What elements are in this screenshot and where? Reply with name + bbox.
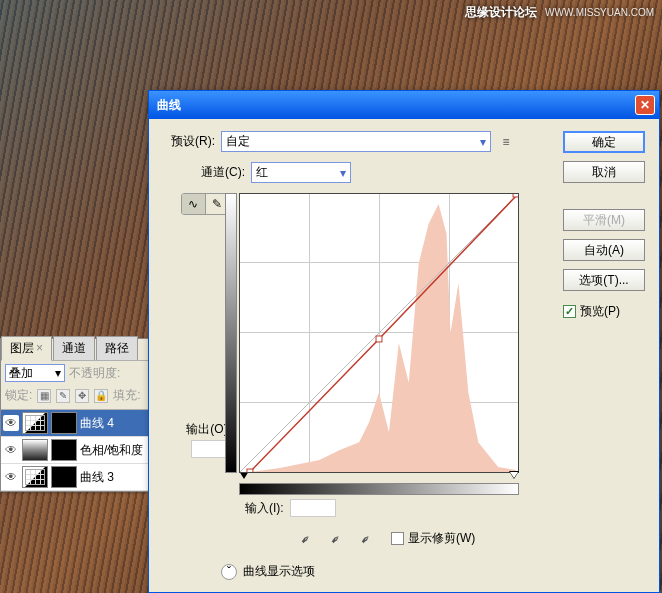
- visibility-icon[interactable]: 👁: [3, 442, 19, 458]
- white-point-slider[interactable]: [509, 471, 519, 479]
- lock-label: 锁定:: [5, 387, 32, 404]
- preview-checkbox[interactable]: ✓: [563, 305, 576, 318]
- mask-thumb-icon: [51, 412, 77, 434]
- gray-eyedropper-icon[interactable]: ✒: [327, 525, 352, 550]
- layer-options: 叠加 ▾ 不透明度: 锁定: ▦ ✎ ✥ 🔒 填充:: [1, 361, 161, 410]
- svg-rect-3: [376, 336, 382, 342]
- svg-rect-2: [247, 469, 253, 472]
- curves-graph[interactable]: [239, 193, 519, 473]
- mask-thumb-icon: [51, 439, 77, 461]
- layer-name: 曲线 3: [80, 469, 144, 486]
- preset-select[interactable]: 自定 ▾: [221, 131, 491, 152]
- chevron-down-icon: ▾: [55, 366, 61, 380]
- chevron-down-icon: ▾: [340, 166, 346, 180]
- curves-dialog: 曲线 ✕ 预设(R): 自定 ▾ ≡ 通道(C): 红 ▾ 确定 取消 平滑(M…: [148, 90, 660, 593]
- visibility-icon[interactable]: 👁: [3, 469, 19, 485]
- fill-label: 填充:: [113, 387, 140, 404]
- tab-layers[interactable]: 图层×: [1, 336, 52, 361]
- channel-select[interactable]: 红 ▾: [251, 162, 351, 183]
- cancel-button[interactable]: 取消: [563, 161, 645, 183]
- watermark-url: WWW.MISSYUAN.COM: [545, 7, 654, 18]
- preview-label: 预览(P): [580, 303, 620, 320]
- watermark: 思缘设计论坛 WWW.MISSYUAN.COM: [465, 4, 654, 21]
- white-eyedropper-icon[interactable]: ✒: [357, 525, 382, 550]
- adjustment-thumb-icon: [22, 412, 48, 434]
- layer-list: 👁 曲线 4 👁 色相/饱和度 👁 曲线 3 fx: [1, 410, 161, 491]
- layer-item[interactable]: 👁 色相/饱和度: [1, 437, 161, 464]
- chevron-down-icon: ▾: [480, 135, 486, 149]
- lock-all-icon[interactable]: 🔒: [94, 389, 108, 403]
- expand-chevron-icon: ˇ: [221, 564, 237, 580]
- curve-tool-toggle[interactable]: ∿ ✎: [181, 193, 229, 215]
- preset-menu-icon[interactable]: ≡: [497, 135, 515, 149]
- black-eyedropper-icon[interactable]: ✒: [297, 525, 322, 550]
- auto-button[interactable]: 自动(A): [563, 239, 645, 261]
- ok-button[interactable]: 确定: [563, 131, 645, 153]
- blend-mode-select[interactable]: 叠加 ▾: [5, 364, 65, 382]
- adjustment-thumb-icon: [22, 439, 48, 461]
- adjustment-thumb-icon: [22, 466, 48, 488]
- output-gradient: [225, 193, 237, 473]
- curve[interactable]: [240, 194, 518, 472]
- expand-label: 曲线显示选项: [243, 563, 315, 580]
- point-curve-icon[interactable]: ∿: [182, 194, 206, 214]
- visibility-icon[interactable]: 👁: [3, 415, 19, 431]
- layers-panel: 图层× 通道 路径 叠加 ▾ 不透明度: 锁定: ▦ ✎ ✥ 🔒 填充: 👁 曲…: [0, 338, 162, 492]
- dialog-buttons: 确定 取消 平滑(M) 自动(A) 选项(T)... ✓ 预览(P): [563, 131, 645, 320]
- watermark-text: 思缘设计论坛: [465, 5, 537, 19]
- output-label: 输出(O):: [181, 421, 231, 438]
- curve-display-options-toggle[interactable]: ˇ 曲线显示选项: [221, 563, 647, 580]
- opacity-label: 不透明度:: [69, 365, 120, 382]
- panel-tabs: 图层× 通道 路径: [1, 339, 161, 361]
- close-tab-icon[interactable]: ×: [36, 341, 43, 355]
- input-label: 输入(I):: [245, 500, 284, 517]
- preset-label: 预设(R):: [161, 133, 215, 150]
- dialog-title: 曲线: [157, 97, 635, 114]
- tab-channels[interactable]: 通道: [53, 336, 95, 360]
- lock-transparent-icon[interactable]: ▦: [37, 389, 51, 403]
- layer-item[interactable]: 👁 曲线 3 fx: [1, 464, 161, 491]
- input-gradient: [239, 483, 519, 495]
- mask-thumb-icon: [51, 466, 77, 488]
- input-field[interactable]: [290, 499, 336, 517]
- close-button[interactable]: ✕: [635, 95, 655, 115]
- layer-item[interactable]: 👁 曲线 4: [1, 410, 161, 437]
- dialog-titlebar[interactable]: 曲线 ✕: [149, 91, 659, 119]
- lock-position-icon[interactable]: ✥: [75, 389, 89, 403]
- channel-label: 通道(C):: [191, 164, 245, 181]
- smooth-button: 平滑(M): [563, 209, 645, 231]
- tab-paths[interactable]: 路径: [96, 336, 138, 360]
- svg-rect-4: [513, 194, 518, 197]
- lock-pixels-icon[interactable]: ✎: [56, 389, 70, 403]
- show-clipping-label: 显示修剪(W): [408, 530, 475, 547]
- options-button[interactable]: 选项(T)...: [563, 269, 645, 291]
- show-clipping-checkbox[interactable]: [391, 532, 404, 545]
